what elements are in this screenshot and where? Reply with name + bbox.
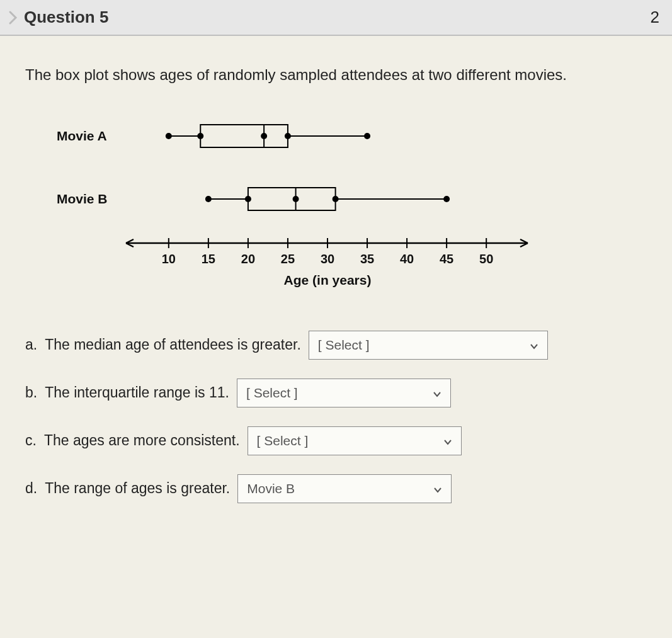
- svg-text:15: 15: [202, 252, 215, 266]
- select-a[interactable]: [ Select ]: [309, 331, 548, 360]
- svg-rect-13: [248, 188, 336, 210]
- svg-text:20: 20: [241, 252, 255, 266]
- part-letter: d.: [25, 480, 37, 497]
- svg-text:40: 40: [400, 252, 414, 266]
- svg-text:50: 50: [479, 252, 493, 266]
- svg-text:30: 30: [321, 252, 334, 266]
- points-value: 2: [651, 8, 659, 27]
- chevron-down-icon: [530, 338, 538, 353]
- chevron-down-icon: [433, 385, 441, 401]
- part-c: c. The ages are more consistent. [ Selec…: [25, 426, 654, 455]
- svg-point-17: [293, 196, 299, 202]
- part-letter: b.: [25, 384, 37, 401]
- question-title: Question 5: [24, 8, 651, 27]
- svg-text:Movie B: Movie B: [57, 191, 108, 206]
- svg-point-16: [245, 196, 251, 202]
- part-text: The range of ages is greater.: [45, 480, 230, 497]
- svg-point-7: [261, 133, 267, 139]
- select-value: [ Select ]: [257, 433, 309, 448]
- select-value: Movie B: [247, 481, 295, 496]
- svg-text:45: 45: [440, 252, 453, 266]
- svg-point-19: [443, 196, 450, 202]
- chevron-right-icon: [3, 10, 24, 25]
- svg-text:Age (in years): Age (in years): [284, 273, 372, 287]
- chevron-down-icon: [443, 433, 452, 448]
- part-text: The median age of attendees is greater.: [45, 336, 301, 353]
- svg-point-6: [197, 133, 203, 139]
- part-letter: a.: [25, 336, 37, 353]
- svg-point-18: [333, 196, 339, 202]
- select-c[interactable]: [ Select ]: [248, 426, 462, 455]
- svg-point-8: [285, 133, 291, 139]
- svg-point-9: [364, 133, 370, 139]
- svg-point-5: [166, 133, 172, 139]
- part-text: The ages are more consistent.: [44, 432, 240, 449]
- part-a: a. The median age of attendees is greate…: [25, 331, 654, 360]
- svg-text:10: 10: [162, 252, 176, 266]
- svg-point-15: [205, 196, 212, 202]
- select-d[interactable]: Movie B: [237, 474, 452, 503]
- part-letter: c.: [25, 432, 37, 449]
- part-d: d. The range of ages is greater. Movie B: [25, 474, 654, 503]
- part-text: The interquartile range is 11.: [45, 384, 229, 401]
- select-value: [ Select ]: [246, 385, 298, 401]
- question-body: The box plot shows ages of randomly samp…: [0, 36, 672, 598]
- chevron-down-icon: [433, 481, 442, 496]
- svg-text:Movie A: Movie A: [57, 128, 107, 143]
- question-header: Question 5 2: [0, 0, 672, 36]
- select-b[interactable]: [ Select ]: [237, 379, 451, 407]
- question-prompt: The box plot shows ages of randomly samp…: [25, 66, 654, 84]
- svg-rect-3: [200, 125, 288, 147]
- part-b: b. The interquartile range is 11. [ Sele…: [25, 379, 654, 407]
- svg-text:25: 25: [281, 252, 295, 266]
- svg-text:35: 35: [360, 252, 374, 266]
- boxplot-chart: Movie AMovie B101520253035404550Age (in …: [57, 101, 654, 305]
- select-value: [ Select ]: [318, 338, 370, 353]
